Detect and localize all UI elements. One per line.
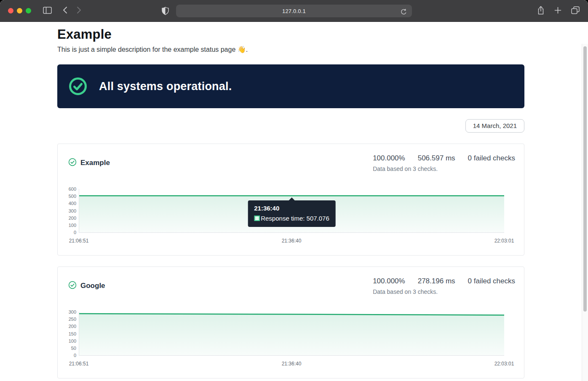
monitor-card-google: Google 100.000% 278.196 ms 0 failed chec… <box>57 266 524 378</box>
back-button[interactable] <box>61 5 69 17</box>
browser-toolbar: 127.0.0.1 <box>0 0 588 22</box>
status-banner: All systems operational. <box>57 64 524 108</box>
x-axis-tick-label: 22:03:01 <box>494 361 514 367</box>
y-axis-tick-label: 300 <box>69 309 76 314</box>
chevron-left-icon <box>63 6 67 15</box>
response-time-chart[interactable]: 300250200150100500 21:06:5121:36:4022:03… <box>58 295 524 378</box>
status-page: Example This is just a simple descriptio… <box>0 22 588 381</box>
uptime-percentage: 100.000% <box>373 277 405 285</box>
monitor-card-example: Example 100.000% 506.597 ms 0 failed che… <box>57 144 524 256</box>
y-axis-tick-label: 250 <box>69 317 76 322</box>
chart-tooltip: 21:36:40 Response time: 507.076 <box>248 200 336 227</box>
window-controls <box>8 8 31 13</box>
new-tab-button[interactable] <box>553 5 563 17</box>
series-swatch-icon <box>254 216 259 221</box>
failed-checks-count: 0 failed checks <box>468 277 515 285</box>
tooltip-time: 21:36:40 <box>254 205 329 212</box>
x-axis-tick-label: 21:06:51 <box>69 238 89 244</box>
tab-overview-button[interactable] <box>569 5 581 17</box>
page-description: This is just a simple description for th… <box>57 45 524 53</box>
status-banner-text: All systems operational. <box>99 80 232 93</box>
y-axis-tick-label: 500 <box>69 194 76 199</box>
forward-button[interactable] <box>75 5 83 17</box>
close-window-button[interactable] <box>8 8 13 13</box>
monitor-name: Google <box>80 282 105 290</box>
monitor-status-check-icon <box>68 158 77 168</box>
chevron-right-icon <box>77 6 81 15</box>
chart-plot-area[interactable] <box>79 312 504 356</box>
privacy-shield-icon[interactable] <box>162 7 169 17</box>
y-axis-tick-label: 400 <box>69 201 76 206</box>
y-axis-tick-label: 0 <box>74 353 76 358</box>
y-axis-tick-label: 300 <box>69 208 76 213</box>
x-axis: 21:06:5121:36:4022:03:01 <box>79 238 504 244</box>
chart-plot-area[interactable]: 21:36:40 Response time: 507.076 <box>79 189 504 233</box>
browser-window: 127.0.0.1 <box>0 0 588 381</box>
checks-basis-note: Data based on 3 checks. <box>373 165 515 172</box>
y-axis-tick-label: 100 <box>69 338 76 344</box>
uptime-percentage: 100.000% <box>373 154 405 163</box>
tabs-overview-icon <box>571 6 580 16</box>
url-text: 127.0.0.1 <box>282 8 306 14</box>
response-time-chart[interactable]: 6005004003002001000 21:36:40 Response ti… <box>58 172 524 255</box>
y-axis: 300250200150100500 <box>58 312 79 356</box>
y-axis-tick-label: 100 <box>69 223 76 228</box>
reload-icon <box>401 8 407 16</box>
x-axis-tick-label: 22:03:01 <box>494 238 514 244</box>
tooltip-caret <box>288 197 295 201</box>
plus-icon <box>554 7 561 15</box>
x-axis: 21:06:5121:36:4022:03:01 <box>79 361 504 367</box>
failed-checks-count: 0 failed checks <box>468 154 515 163</box>
x-axis-tick-label: 21:06:51 <box>69 361 89 367</box>
reload-button[interactable] <box>399 7 409 18</box>
share-icon <box>537 6 545 16</box>
scrollbar-thumb[interactable] <box>583 46 587 312</box>
monitor-name: Example <box>80 159 110 167</box>
y-axis-tick-label: 600 <box>69 187 76 192</box>
date-picker-button[interactable]: 14 March, 2021 <box>465 119 524 133</box>
share-button[interactable] <box>535 4 546 18</box>
sidebar-icon <box>43 7 52 15</box>
average-response-time: 278.196 ms <box>418 277 455 285</box>
y-axis-tick-label: 50 <box>71 346 76 351</box>
checks-basis-note: Data based on 3 checks. <box>373 288 515 295</box>
y-axis-tick-label: 200 <box>69 216 76 221</box>
minimize-window-button[interactable] <box>17 8 22 13</box>
page-title: Example <box>57 27 524 42</box>
check-circle-icon <box>68 77 88 96</box>
y-axis-tick-label: 200 <box>69 324 76 329</box>
monitor-status-check-icon <box>68 281 77 291</box>
y-axis: 6005004003002001000 <box>58 189 79 233</box>
x-axis-tick-label: 21:36:40 <box>282 361 302 367</box>
zoom-window-button[interactable] <box>26 8 31 13</box>
page-scrollbar[interactable] <box>582 44 588 381</box>
y-axis-tick-label: 150 <box>69 331 76 336</box>
address-bar[interactable]: 127.0.0.1 <box>176 5 412 17</box>
y-axis-tick-label: 0 <box>74 230 76 235</box>
sidebar-toggle-button[interactable] <box>41 5 53 17</box>
chart-line <box>79 312 504 355</box>
x-axis-tick-label: 21:36:40 <box>282 238 302 244</box>
average-response-time: 506.597 ms <box>418 154 455 163</box>
toolbar-right-actions <box>535 0 581 22</box>
tooltip-value: Response time: 507.076 <box>261 215 329 222</box>
